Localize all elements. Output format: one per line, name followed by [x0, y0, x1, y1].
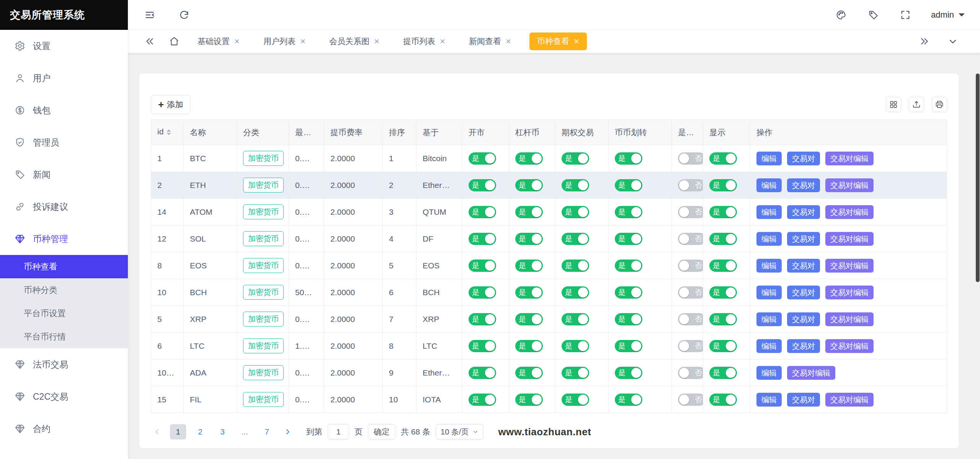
tabs-menu-icon[interactable]	[946, 35, 959, 48]
edit-button[interactable]: 编辑	[756, 366, 782, 380]
show-toggle[interactable]: 是	[709, 313, 737, 325]
sidebar-subitem-coin-view[interactable]: 币种查看	[0, 255, 128, 278]
pair-edit-button[interactable]: 交易对编辑	[825, 178, 874, 192]
transfer-toggle[interactable]: 是	[615, 367, 642, 379]
add-button[interactable]: + 添加	[151, 95, 190, 114]
edit-button[interactable]: 编辑	[756, 232, 782, 246]
pair-button[interactable]: 交易对	[787, 312, 820, 326]
open-toggle[interactable]: 是	[469, 206, 496, 218]
close-icon[interactable]: ×	[506, 37, 511, 46]
isx-toggle[interactable]: 否	[678, 179, 703, 191]
isx-toggle[interactable]: 否	[678, 152, 703, 165]
edit-button[interactable]: 编辑	[756, 339, 782, 353]
sidebar-item-feedback[interactable]: 投诉建议	[0, 191, 128, 223]
isx-toggle[interactable]: 否	[678, 394, 703, 406]
close-icon[interactable]: ×	[234, 37, 240, 46]
pair-button[interactable]: 交易对	[787, 178, 820, 192]
open-toggle[interactable]: 是	[469, 313, 496, 325]
lever-toggle[interactable]: 是	[515, 286, 543, 299]
show-toggle[interactable]: 是	[709, 286, 737, 299]
pair-edit-button[interactable]: 交易对编辑	[825, 286, 874, 299]
page-scrollbar[interactable]	[976, 74, 980, 282]
show-toggle[interactable]: 是	[709, 179, 737, 191]
isx-toggle[interactable]: 否	[678, 260, 703, 272]
transfer-toggle[interactable]: 是	[615, 233, 642, 245]
isx-toggle[interactable]: 否	[678, 367, 703, 379]
open-toggle[interactable]: 是	[469, 179, 496, 191]
open-toggle[interactable]: 是	[469, 152, 496, 165]
pair-button[interactable]: 交易对	[787, 259, 820, 273]
option-toggle[interactable]: 是	[562, 340, 589, 352]
tab-withdraw-list[interactable]: 提币列表×	[398, 33, 451, 50]
pair-button[interactable]: 交易对	[787, 152, 820, 165]
tag-icon[interactable]	[867, 8, 880, 21]
edit-button[interactable]: 编辑	[756, 205, 782, 219]
isx-toggle[interactable]: 否	[678, 206, 703, 218]
isx-toggle[interactable]: 否	[678, 286, 703, 299]
pair-button[interactable]: 交易对	[787, 339, 820, 353]
transfer-toggle[interactable]: 是	[615, 179, 642, 191]
sidebar-subitem-platform-coin-settings[interactable]: 平台币设置	[0, 302, 128, 325]
option-toggle[interactable]: 是	[562, 313, 589, 325]
lever-toggle[interactable]: 是	[515, 313, 543, 325]
page-number-2[interactable]: 2	[192, 424, 208, 439]
sidebar-subitem-platform-coin-market[interactable]: 平台币行情	[0, 325, 128, 348]
option-toggle[interactable]: 是	[562, 286, 589, 299]
next-page-icon[interactable]	[281, 424, 294, 439]
option-toggle[interactable]: 是	[562, 233, 589, 245]
sidebar-item-settings[interactable]: 设置	[0, 30, 128, 62]
close-icon[interactable]: ×	[300, 37, 305, 46]
pair-edit-button[interactable]: 交易对编辑	[825, 259, 874, 273]
option-toggle[interactable]: 是	[562, 206, 589, 218]
prev-page-icon[interactable]	[151, 424, 164, 439]
goto-page-input[interactable]	[328, 424, 349, 439]
sidebar-subitem-coin-category[interactable]: 币种分类	[0, 278, 128, 302]
option-toggle[interactable]: 是	[562, 152, 589, 165]
home-icon[interactable]	[168, 35, 181, 48]
isx-toggle[interactable]: 否	[678, 233, 703, 245]
pair-edit-button[interactable]: 交易对编辑	[825, 205, 874, 219]
sidebar-item-wallet[interactable]: 钱包	[0, 94, 128, 126]
page-number-7[interactable]: 7	[259, 424, 275, 439]
sidebar-item-contracts[interactable]: 合约	[0, 413, 128, 445]
sidebar-item-fiat-trade[interactable]: 法币交易	[0, 348, 128, 381]
open-toggle[interactable]: 是	[469, 233, 496, 245]
show-toggle[interactable]: 是	[709, 152, 737, 165]
tab-user-list[interactable]: 用户列表×	[258, 33, 311, 50]
column-header-id[interactable]: id	[151, 120, 184, 145]
pair-edit-button[interactable]: 交易对编辑	[787, 366, 835, 380]
per-page-select[interactable]: 10 条/页	[436, 424, 483, 439]
tabs-scroll-right-icon[interactable]	[918, 35, 931, 48]
edit-button[interactable]: 编辑	[756, 178, 782, 192]
lever-toggle[interactable]: 是	[515, 260, 543, 272]
export-icon[interactable]	[909, 97, 924, 112]
transfer-toggle[interactable]: 是	[615, 313, 642, 325]
show-toggle[interactable]: 是	[709, 206, 737, 218]
show-toggle[interactable]: 是	[709, 394, 737, 406]
edit-button[interactable]: 编辑	[756, 393, 782, 407]
transfer-toggle[interactable]: 是	[615, 260, 642, 272]
option-toggle[interactable]: 是	[562, 179, 589, 191]
theme-icon[interactable]	[835, 8, 848, 21]
refresh-icon[interactable]	[178, 8, 191, 21]
show-toggle[interactable]: 是	[709, 340, 737, 352]
tabs-scroll-left-icon[interactable]	[143, 35, 156, 48]
tab-coin-view[interactable]: 币种查看×	[529, 33, 587, 50]
lever-toggle[interactable]: 是	[515, 394, 543, 406]
lever-toggle[interactable]: 是	[515, 340, 543, 352]
transfer-toggle[interactable]: 是	[615, 206, 642, 218]
print-icon[interactable]	[932, 97, 947, 112]
pair-edit-button[interactable]: 交易对编辑	[825, 393, 874, 407]
goto-confirm-button[interactable]: 确定	[368, 424, 395, 439]
sidebar-item-currency-management[interactable]: 币种管理	[0, 223, 128, 255]
open-toggle[interactable]: 是	[469, 394, 496, 406]
transfer-toggle[interactable]: 是	[615, 152, 642, 165]
isx-toggle[interactable]: 否	[678, 313, 703, 325]
collapse-menu-icon[interactable]	[143, 8, 156, 21]
transfer-toggle[interactable]: 是	[615, 286, 642, 299]
open-toggle[interactable]: 是	[469, 286, 496, 299]
pair-button[interactable]: 交易对	[787, 393, 820, 407]
fullscreen-icon[interactable]	[899, 8, 912, 21]
option-toggle[interactable]: 是	[562, 260, 589, 272]
lever-toggle[interactable]: 是	[515, 179, 543, 191]
